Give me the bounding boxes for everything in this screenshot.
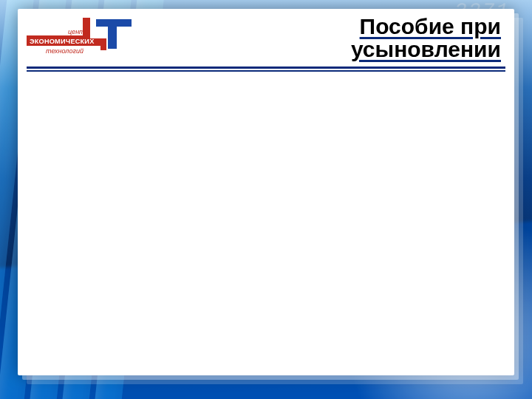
- title-line-2: усыновлении: [351, 37, 501, 61]
- header-rule-thin: [27, 70, 505, 72]
- org-logo: центр ЭКОНОМИЧЕСКИХ технологий: [25, 15, 136, 61]
- svg-rect-1: [108, 19, 117, 49]
- logo-icon: центр ЭКОНОМИЧЕСКИХ технологий: [25, 15, 136, 61]
- title-line-1: Пособие при: [360, 14, 501, 38]
- header-rule-thick: [27, 66, 505, 69]
- title-container: Пособие при усыновлении: [136, 15, 505, 61]
- svg-rect-4: [100, 38, 106, 50]
- slide-header: центр ЭКОНОМИЧЕСКИХ технологий Пособие п…: [18, 9, 514, 66]
- logo-text-line3: технологий: [46, 47, 83, 55]
- logo-text-line2: ЭКОНОМИЧЕСКИХ: [30, 38, 95, 45]
- slide-card: центр ЭКОНОМИЧЕСКИХ технологий Пособие п…: [18, 9, 514, 375]
- logo-text-line1: центр: [68, 28, 89, 35]
- slide-title: Пособие при усыновлении: [136, 15, 501, 61]
